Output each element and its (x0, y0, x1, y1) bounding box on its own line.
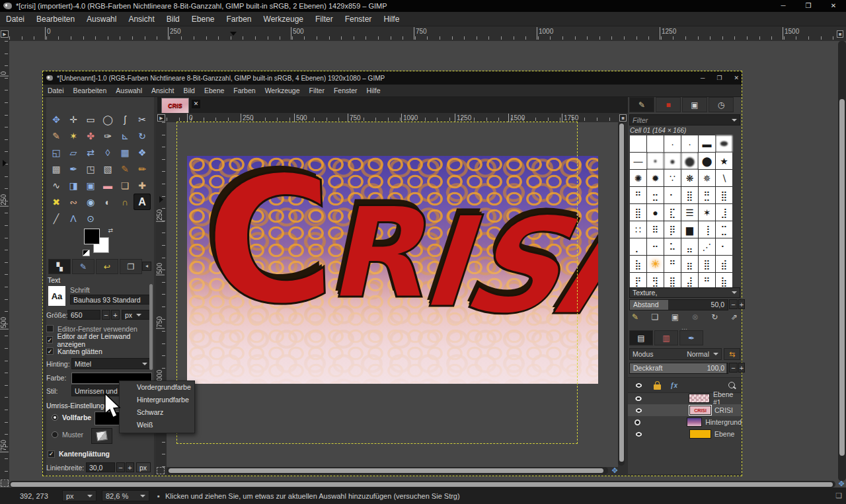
ruler-label: 250 (168, 27, 181, 40)
unit-select[interactable]: px (62, 490, 96, 501)
ruler-corner-icon[interactable]: ▶ (0, 26, 9, 41)
ruler-label: 250 (0, 194, 9, 207)
menu-bearbeiten[interactable]: Bearbeiten (30, 15, 81, 24)
menu-item-weiss[interactable]: Weiß (120, 419, 194, 431)
tool-color-picker: Λ (65, 210, 82, 227)
brush-cell: ⠂ (664, 187, 681, 203)
outer-horizontal-scrollbar[interactable] (9, 481, 835, 487)
tool-perspective: ◊ (99, 144, 116, 161)
inner-menu-ebene: Ebene (200, 87, 229, 94)
menu-werkzeuge[interactable]: Werkzeuge (258, 15, 309, 24)
inner-minimize-button: ─ (701, 75, 705, 81)
menu-bild[interactable]: Bild (161, 15, 186, 24)
brush-cell: ✹ (647, 170, 664, 186)
tool-zoom: ⊙ (82, 210, 99, 227)
ruler-label: 750 (414, 27, 427, 40)
brush-cell: ⢸ (699, 221, 715, 238)
layer-name: Ebene (714, 430, 734, 438)
menu-hilfe[interactable]: Hilfe (377, 15, 405, 24)
ruler-corner-right-icon[interactable]: ◙ (834, 26, 846, 41)
inner-vertical-scrollbar (618, 122, 625, 466)
tool-move: ✥ (48, 111, 65, 127)
tool-text: A (134, 194, 151, 210)
tool-dodge-burn: ◐ (99, 194, 116, 210)
brush-cell: ⠒ (647, 238, 664, 255)
option-dock-tabs: ▚ ✎ ↩ ❐ (48, 259, 142, 274)
checkbox-icon: ✓ (46, 347, 54, 355)
layer-name: CRISI (714, 406, 733, 414)
close-button[interactable]: ✕ (821, 0, 846, 12)
swap-colors-icon: ⇄ (108, 227, 113, 234)
size-minus-button: − (102, 310, 110, 320)
minimize-button[interactable]: ─ (771, 0, 796, 12)
brush-cell (647, 135, 664, 152)
menu-item-hintergrundfarbe[interactable]: Hintergrundfarbe (120, 394, 194, 406)
menu-ebene[interactable]: Ebene (186, 15, 221, 24)
right-dock-panel: ✎ ■ ▣ ◷ Filter Cell 01 (164 × 166) ··▬⬬―… (628, 97, 742, 474)
tab-fonts: ▣ (682, 97, 707, 112)
inner-ruler-corner-icon: ▶ (156, 113, 167, 122)
brush-action-buttons: ✎ ❏ ▣ ⊗ ↻ ⇗ (632, 312, 738, 322)
font-label: Schrift (70, 286, 90, 294)
brush-cell: ❋ (681, 170, 698, 186)
outer-vertical-scrollbar[interactable] (838, 41, 846, 481)
visibility-header-eye-icon (634, 382, 643, 388)
size-input: 650 (67, 310, 100, 320)
tab-menu-icon: ◂ (142, 262, 151, 271)
brush-cell: ● (647, 204, 664, 221)
tab-device-status: ✎ (72, 259, 95, 274)
tool-free-select: ʃ (116, 111, 134, 127)
font-preview-button: Aa (48, 286, 65, 306)
layer-thumbnail (689, 394, 710, 403)
hinting-label: Hinting: (46, 360, 70, 368)
ruler-label: 1500 (783, 27, 799, 40)
zoom-select[interactable]: 82,6 % (102, 490, 149, 501)
menu-item-vordergrundfarbe[interactable]: Vordergrundfarbe (120, 381, 194, 394)
status-mode-icon: ▪ (157, 492, 160, 500)
tool-paths: ✒ (65, 161, 82, 177)
brush-cell: ∷ (630, 221, 646, 238)
menu-filter[interactable]: Filter (309, 15, 339, 24)
tool-options-title: Text (46, 276, 154, 284)
menu-ansicht[interactable]: Ansicht (122, 15, 160, 24)
fg-bg-color-widget: ⇄ (83, 227, 113, 256)
menu-fenster[interactable]: Fenster (339, 15, 378, 24)
brush-cell: ⣉ (716, 221, 732, 238)
menu-item-schwarz[interactable]: Schwarz (120, 406, 194, 419)
menu-auswahl[interactable]: Auswahl (81, 15, 122, 24)
foreground-color-swatch (84, 229, 100, 244)
tool-airbrush: ∿ (48, 177, 65, 194)
quickmask-toggle-icon[interactable] (1, 480, 9, 487)
ruler-label: 1250 (660, 27, 676, 40)
gimp-outer-window: *[crisi] (importiert)-4.0 (RGB-Farben Ni… (0, 0, 846, 504)
edit-brush-icon: ✎ (632, 312, 638, 322)
brush-cell: ⠿ (647, 221, 664, 238)
size-plus-button: + (111, 310, 120, 320)
maximize-button[interactable]: ❐ (796, 0, 821, 12)
linewidth-minus-button: − (116, 462, 125, 472)
inner-gimp-window-image[interactable]: *[Unbenannt]-1.0 (RGB-Farben Nichtlinear… (43, 71, 742, 476)
brush-cell: ⬤ (681, 153, 698, 169)
brush-cell: ⣿ (630, 204, 646, 221)
tool-clone: ❏ (116, 177, 134, 194)
outer-horizontal-ruler[interactable]: 0250500750100012501500 (9, 26, 834, 41)
inner-menu-bar: Datei Bearbeiten Auswahl Ansicht Bild Eb… (43, 85, 742, 97)
menu-datei[interactable]: Datei (0, 15, 30, 24)
layer-visibility-eye-icon (634, 431, 643, 437)
tool-perspective-clone: ✖ (48, 194, 65, 210)
brush-cell: ★ (716, 153, 732, 169)
menu-farben[interactable]: Farben (221, 15, 258, 24)
brush-cell: · (664, 135, 681, 152)
radio-pattern (52, 431, 58, 438)
brush-cell: ☀ (647, 256, 664, 272)
outer-vertical-ruler[interactable]: 0250500750 (0, 41, 9, 481)
tab-document-history: ◷ (709, 97, 734, 112)
inner-menu-fenster: Fenster (329, 87, 362, 94)
tab-channels: ▥ (654, 330, 678, 345)
tab-tool-options: ▚ (48, 259, 71, 274)
inner-menu-werkzeuge: Werkzeuge (260, 87, 305, 94)
brush-cell: ∵ (664, 170, 681, 186)
brush-cell: ⋰ (699, 238, 715, 255)
brush-filter-input: Filter (629, 114, 740, 126)
status-corner-icon[interactable]: ❏ (835, 491, 842, 500)
